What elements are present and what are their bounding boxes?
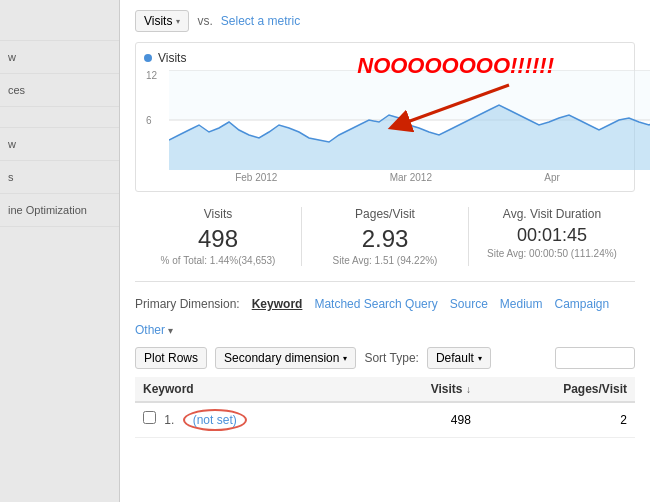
tab-other[interactable]: Other ▾ (135, 323, 173, 337)
sort-default-button[interactable]: Default ▾ (427, 347, 491, 369)
tab-source[interactable]: Source (450, 297, 488, 311)
td-visits: 498 (369, 402, 479, 438)
data-table: Keyword Visits ↓ Pages/Visit 1. (not set… (135, 377, 635, 438)
x-label-mar: Mar 2012 (390, 172, 432, 183)
row-checkbox[interactable] (143, 411, 156, 424)
secondary-dim-dropdown-icon: ▾ (343, 354, 347, 363)
sidebar: w ces w s ine Optimization (0, 0, 120, 502)
stat-duration-value: 00:01:45 (469, 225, 635, 246)
stat-pages-title: Pages/Visit (302, 207, 468, 221)
visits-legend-dot (144, 54, 152, 62)
stat-pages-visit: Pages/Visit 2.93 Site Avg: 1.51 (94.22%) (302, 207, 468, 266)
sidebar-item-w2[interactable]: w (0, 128, 119, 161)
stat-duration: Avg. Visit Duration 00:01:45 Site Avg: 0… (469, 207, 635, 266)
table-search-input[interactable] (555, 347, 635, 369)
sidebar-item-s[interactable]: s (0, 161, 119, 194)
stat-duration-sub: Site Avg: 00:00:50 (111.24%) (469, 248, 635, 259)
y-axis-max: 12 (146, 70, 157, 81)
chart-toolbar: Visits ▾ vs. Select a metric (135, 10, 635, 32)
plot-rows-button[interactable]: Plot Rows (135, 347, 207, 369)
sidebar-item-1[interactable] (0, 20, 119, 41)
tab-matched-search[interactable]: Matched Search Query (314, 297, 437, 311)
vs-label: vs. (197, 14, 212, 28)
secondary-dimension-button[interactable]: Secondary dimension ▾ (215, 347, 356, 369)
x-label-feb: Feb 2012 (235, 172, 277, 183)
td-pages-visit: 2 (479, 402, 635, 438)
svg-rect-0 (169, 70, 650, 120)
table-toolbar: Plot Rows Secondary dimension ▾ Sort Typ… (135, 347, 635, 369)
visits-dropdown-icon: ▾ (176, 17, 180, 26)
other-dropdown-icon: ▾ (168, 325, 173, 336)
stats-row: Visits 498 % of Total: 1.44%(34,653) Pag… (135, 207, 635, 282)
y-axis-mid: 6 (146, 115, 152, 126)
th-pages-visit: Pages/Visit (479, 377, 635, 402)
stat-pages-sub: Site Avg: 1.51 (94.22%) (302, 255, 468, 266)
sidebar-item-optimization[interactable]: ine Optimization (0, 194, 119, 227)
visits-legend-label: Visits (158, 51, 186, 65)
sidebar-item-w1[interactable]: w (0, 41, 119, 74)
tab-campaign[interactable]: Campaign (555, 297, 610, 311)
stat-visits-value: 498 (135, 225, 301, 253)
x-label-apr: Apr (544, 172, 560, 183)
stat-visits-sub: % of Total: 1.44%(34,653) (135, 255, 301, 266)
main-content: Visits ▾ vs. Select a metric Visits NOOO… (120, 0, 650, 502)
stat-visits-title: Visits (135, 207, 301, 221)
tab-medium[interactable]: Medium (500, 297, 543, 311)
th-visits: Visits ↓ (369, 377, 479, 402)
chart-svg (169, 70, 650, 170)
dimension-tabs: Primary Dimension: Keyword Matched Searc… (135, 297, 635, 337)
stat-duration-title: Avg. Visit Duration (469, 207, 635, 221)
primary-dimension-label: Primary Dimension: (135, 297, 240, 311)
sort-dropdown-icon: ▾ (478, 354, 482, 363)
sidebar-item-3[interactable] (0, 107, 119, 128)
th-keyword: Keyword (135, 377, 369, 402)
td-keyword: 1. (not set) (135, 402, 369, 438)
sidebar-item-ces[interactable]: ces (0, 74, 119, 107)
table-header-row: Keyword Visits ↓ Pages/Visit (135, 377, 635, 402)
stat-pages-value: 2.93 (302, 225, 468, 253)
tab-keyword[interactable]: Keyword (252, 297, 303, 311)
not-set-link[interactable]: (not set) (183, 409, 247, 431)
table-row: 1. (not set) 498 2 (135, 402, 635, 438)
select-metric-link[interactable]: Select a metric (221, 14, 300, 28)
visits-metric-button[interactable]: Visits ▾ (135, 10, 189, 32)
visits-sort-arrow: ↓ (466, 384, 471, 395)
stat-visits: Visits 498 % of Total: 1.44%(34,653) (135, 207, 301, 266)
chart-x-labels: Feb 2012 Mar 2012 Apr (169, 172, 626, 183)
chart-legend: Visits (144, 51, 626, 65)
chart-area: Visits NOOOOOOOO!!!!!! 12 6 (135, 42, 635, 192)
sort-type-label: Sort Type: (364, 351, 418, 365)
